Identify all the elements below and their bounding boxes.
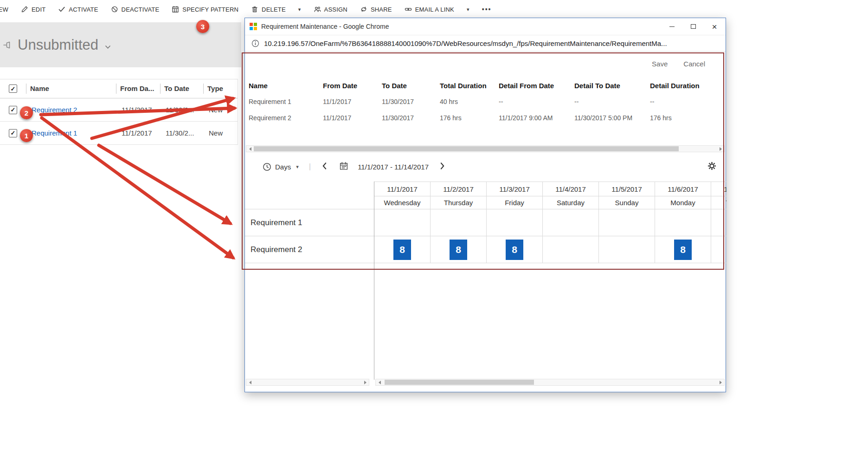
next-period-button[interactable] <box>440 162 445 172</box>
scrollbar-thumb[interactable] <box>385 380 534 385</box>
scroll-right-button[interactable] <box>361 379 369 385</box>
chevron-right-icon <box>440 162 445 170</box>
cmd-new-button[interactable]: NEW <box>0 6 8 13</box>
col-detail-to-date[interactable]: Detail To Date <box>574 82 650 90</box>
cmd-activate-label: ACTIVATE <box>69 6 98 13</box>
days-panel-scrollbar[interactable] <box>375 379 725 386</box>
table-row-requirement-2[interactable]: Requirement 2 11/1/2017 11/30/2017 176 h… <box>245 110 726 126</box>
table-row-requirement-1[interactable]: Requirement 1 11/1/2017 11/30/2017 40 hr… <box>245 93 726 110</box>
cmd-deactivate-button[interactable]: DEACTIVATE <box>111 6 160 13</box>
maximize-button[interactable] <box>682 18 704 35</box>
from-date-cell: 11/1/2017 <box>116 129 160 137</box>
cmd-new-label: NEW <box>0 6 8 13</box>
names-panel-scrollbar[interactable] <box>246 379 369 386</box>
day-cell[interactable] <box>711 236 727 263</box>
address-bar[interactable]: 10.219.196.57/OneFarm/%7B636418888140001… <box>245 35 726 52</box>
col-from-date[interactable]: From Date <box>323 82 382 90</box>
day-date-header: 11/6/2017 <box>655 182 711 196</box>
scroll-left-button[interactable] <box>246 379 254 385</box>
table-scrollbar[interactable] <box>246 145 725 152</box>
scheduler-toolbar: Days ▾ | 11/1/2017 - 11/14/2017 <box>245 157 726 176</box>
scroll-left-button[interactable] <box>376 379 383 385</box>
clock-icon <box>263 162 271 171</box>
day-cell[interactable]: 8 <box>487 236 543 263</box>
hours-badge[interactable]: 8 <box>450 240 467 260</box>
cmd-delete-dropdown[interactable]: ▾ <box>298 6 301 13</box>
column-header-to-date[interactable]: To Date <box>160 84 203 94</box>
record-link[interactable]: Requirement 2 <box>26 106 116 114</box>
select-all-checkbox[interactable]: ✓ <box>9 84 17 93</box>
view-selector-button[interactable] <box>105 43 111 51</box>
share-icon <box>360 6 367 13</box>
scrollbar-track[interactable] <box>254 379 361 385</box>
cmd-specify-pattern-button[interactable]: SPECIFY PATTERN <box>172 6 238 13</box>
day-cell[interactable] <box>487 209 543 236</box>
hours-badge[interactable]: 8 <box>674 240 692 260</box>
col-detail-from-date[interactable]: Detail From Date <box>499 82 574 90</box>
scroll-right-button[interactable] <box>717 146 724 152</box>
day-cell[interactable]: 8 <box>374 236 431 263</box>
cell-detail-from-date: 11/1/2017 9:00 AM <box>499 114 574 122</box>
list-row-requirement-2[interactable]: ✓ Requirement 2 11/1/2017 11/30/2... New <box>0 98 238 122</box>
hours-badge[interactable]: 8 <box>506 240 523 260</box>
col-name[interactable]: Name <box>249 82 323 90</box>
scroll-left-button[interactable] <box>246 146 254 152</box>
row-checkbox[interactable]: ✓ <box>9 129 17 137</box>
list-row-requirement-1[interactable]: ✓ Requirement 1 11/1/2017 11/30/2... New <box>0 122 238 145</box>
settings-button[interactable] <box>707 162 716 172</box>
column-header-name[interactable]: Name <box>26 84 116 94</box>
triangle-right-icon <box>720 147 722 151</box>
cmd-assign-button[interactable]: ASSIGN <box>314 6 347 13</box>
date-header-row: 11/1/2017 11/2/2017 11/3/2017 11/4/2017 … <box>374 182 727 196</box>
minimize-button[interactable] <box>661 18 682 35</box>
window-titlebar[interactable]: Requirement Maintenance - Google Chrome … <box>245 18 726 35</box>
day-cell[interactable] <box>599 236 655 263</box>
cmd-email-link-dropdown[interactable]: ▾ <box>467 6 469 13</box>
command-bar: NEW EDIT ACTIVATE DEACTIVATE SPECIFY PAT… <box>0 0 868 19</box>
previous-period-button[interactable] <box>322 162 327 172</box>
scheduler-days-panel: 11/1/2017 11/2/2017 11/3/2017 11/4/2017 … <box>374 182 727 263</box>
scrollbar-track[interactable] <box>254 146 717 152</box>
chevron-down-icon[interactable]: ▾ <box>296 164 299 170</box>
cmd-delete-button[interactable]: DELETE <box>251 6 286 13</box>
col-detail-duration[interactable]: Detail Duration <box>650 82 726 90</box>
requirement-maintenance-window: Requirement Maintenance - Google Chrome … <box>244 18 726 392</box>
requirements-table: Name From Date To Date Total Duration De… <box>245 78 726 126</box>
scheduler-row-label[interactable]: Requirement 2 <box>245 236 374 263</box>
scrollbar-thumb[interactable] <box>254 146 679 151</box>
close-button[interactable]: × <box>704 18 725 35</box>
save-button[interactable]: Save <box>652 60 668 68</box>
cmd-edit-button[interactable]: EDIT <box>21 6 45 13</box>
scrollbar-track[interactable] <box>383 379 717 385</box>
cancel-button[interactable]: Cancel <box>683 60 705 68</box>
col-to-date[interactable]: To Date <box>382 82 440 90</box>
day-cell[interactable] <box>599 209 655 236</box>
day-cell[interactable] <box>374 209 431 236</box>
column-header-type[interactable]: Type <box>203 84 238 94</box>
day-cell[interactable] <box>543 209 599 236</box>
hours-badge[interactable]: 8 <box>393 240 411 260</box>
cmd-email-link-button[interactable]: EMAIL A LINK <box>405 6 454 13</box>
date-picker-button[interactable] <box>339 162 348 172</box>
day-cell[interactable] <box>655 209 711 236</box>
annotation-badge-1: 1 <box>20 129 33 142</box>
column-header-from-date[interactable]: From Da... <box>116 84 160 94</box>
record-link[interactable]: Requirement 1 <box>26 129 116 137</box>
day-cell[interactable]: 8 <box>431 236 487 263</box>
day-cell[interactable] <box>711 209 727 236</box>
pin-view-button[interactable] <box>0 41 16 49</box>
scale-mode-label[interactable]: Days <box>275 163 291 171</box>
cmd-share-button[interactable]: SHARE <box>360 6 392 13</box>
triangle-right-icon <box>364 381 366 384</box>
scroll-right-button[interactable] <box>717 379 724 385</box>
cmd-more-button[interactable]: ••• <box>482 6 492 13</box>
day-cell[interactable] <box>543 236 599 263</box>
scheduler-row-label[interactable]: Requirement 1 <box>245 209 374 236</box>
annotation-badge-3: 3 <box>196 20 209 33</box>
row-checkbox[interactable]: ✓ <box>9 106 17 114</box>
col-total-duration[interactable]: Total Duration <box>440 82 499 90</box>
date-range-label[interactable]: 11/1/2017 - 11/14/2017 <box>358 163 429 171</box>
cmd-activate-button[interactable]: ACTIVATE <box>58 6 98 13</box>
day-cell[interactable] <box>431 209 487 236</box>
day-cell[interactable]: 8 <box>655 236 711 263</box>
